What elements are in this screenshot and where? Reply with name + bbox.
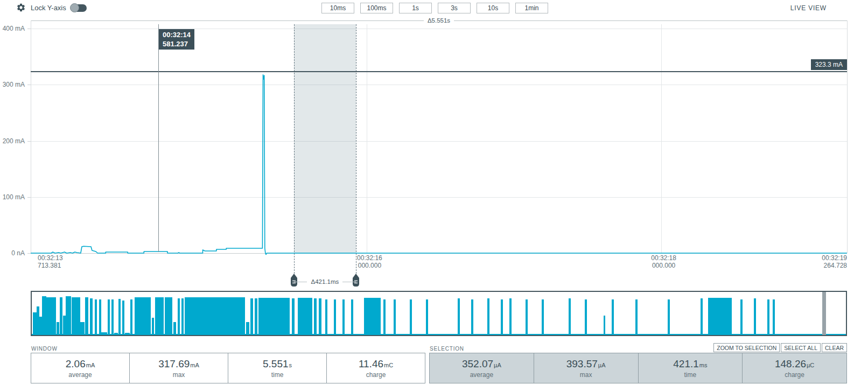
x-tick-time: 00:32:13 bbox=[38, 254, 63, 262]
stat-number: 2.06 bbox=[66, 359, 86, 369]
max-marker-line bbox=[31, 71, 847, 72]
selection-delta-label: Δ421.1ms bbox=[307, 278, 342, 285]
stat-unit: s bbox=[289, 361, 292, 369]
minimap-activity-bar bbox=[754, 298, 756, 335]
minimap-activity-bar bbox=[487, 298, 489, 335]
minimap-activity-bar bbox=[108, 299, 110, 335]
v-gridline bbox=[367, 24, 367, 253]
time-range-button-100ms[interactable]: 100ms bbox=[360, 3, 393, 13]
stat-number: 148.26 bbox=[775, 359, 806, 369]
y-tick-label: 300 mA bbox=[1, 81, 25, 88]
selection-delta-ruler: Δ421.1ms bbox=[294, 278, 356, 285]
time-range-button-3s[interactable]: 3s bbox=[438, 3, 471, 13]
minimap-activity-bar bbox=[471, 299, 473, 335]
minimap-activity-bar bbox=[111, 299, 114, 335]
live-view-label: LIVE VIEW bbox=[790, 4, 827, 12]
stat-number: 421.1 bbox=[673, 359, 699, 369]
minimap-activity-bar bbox=[604, 316, 605, 335]
minimap-activity-bar bbox=[90, 298, 93, 335]
minimap-activity-bar bbox=[118, 299, 121, 335]
minimap-activity-bar bbox=[773, 299, 775, 335]
delta-line bbox=[31, 20, 424, 21]
select-all-button[interactable]: SELECT ALL bbox=[781, 343, 821, 352]
time-range-button-10ms[interactable]: 10ms bbox=[321, 3, 354, 13]
selection-region[interactable] bbox=[294, 24, 356, 253]
selection-end-line bbox=[356, 24, 356, 274]
minimap-activity-bar bbox=[130, 299, 132, 335]
stat-number: 11.46 bbox=[359, 359, 383, 369]
stat-unit: µC bbox=[807, 361, 814, 369]
stat-unit: mA bbox=[190, 361, 199, 369]
minimap-activity-bar bbox=[410, 299, 412, 335]
stat-label: max bbox=[173, 371, 185, 379]
minimap-activity-bar bbox=[255, 298, 257, 335]
x-tick-label: 00:32:18000.000 bbox=[632, 254, 696, 269]
zoom-to-selection-button[interactable]: ZOOM TO SELECTION bbox=[713, 343, 780, 352]
power-profiler-app: Lock Y-axis 10ms100ms1s3s10s1min LIVE VI… bbox=[0, 0, 868, 391]
minimap-activity-bar bbox=[334, 299, 336, 335]
minimap-activity-bar bbox=[325, 299, 327, 335]
x-tick-label: 00:32:13713.381 bbox=[38, 254, 63, 269]
stat-unit: mC bbox=[384, 361, 393, 369]
x-tick-ms: 000.000 bbox=[337, 262, 402, 269]
x-tick-ms: 264.728 bbox=[777, 262, 847, 269]
stat-label: average bbox=[68, 371, 92, 379]
max-marker-label: 323.3 mA bbox=[811, 59, 847, 70]
minimap-activity-bar bbox=[173, 322, 176, 335]
y-tick-mark bbox=[27, 141, 31, 142]
minimap-activity-bar bbox=[99, 299, 101, 335]
selection-stat-max: 393.57µAmax bbox=[534, 353, 638, 383]
minimap-activity-bar bbox=[165, 297, 172, 335]
window-stats-table: 2.06mAaverage317.69mAmax5.551stime11.46m… bbox=[31, 353, 425, 383]
stat-value: 148.26µC bbox=[775, 359, 814, 369]
x-tick-time: 00:32:16 bbox=[337, 254, 402, 262]
minimap-activity-bar bbox=[122, 301, 124, 335]
lock-y-axis-label: Lock Y-axis bbox=[31, 4, 66, 12]
stat-unit: µA bbox=[494, 361, 501, 369]
minimap-activity-bar bbox=[708, 298, 732, 335]
cursor-tooltip: 00:32:14581.237 bbox=[159, 29, 194, 50]
delta-line bbox=[454, 20, 847, 21]
time-range-button-group: 10ms100ms1s3s10s1min bbox=[321, 3, 548, 13]
window-stat-average: 2.06mAaverage bbox=[31, 353, 129, 383]
x-tick-ms: 713.381 bbox=[38, 262, 63, 269]
stat-label: charge bbox=[785, 371, 804, 379]
minimap-activity-bar bbox=[185, 297, 245, 335]
stat-label: time bbox=[684, 371, 697, 379]
minimap-activity-bar bbox=[246, 322, 249, 335]
minimap-overview-chart[interactable] bbox=[31, 291, 847, 336]
clear-button[interactable]: CLEAR bbox=[822, 343, 847, 352]
minimap-activity-bar bbox=[33, 312, 37, 335]
delta-line bbox=[294, 282, 307, 282]
h-gridline bbox=[31, 85, 847, 85]
minimap-activity-bar bbox=[314, 298, 317, 335]
selection-action-buttons: ZOOM TO SELECTIONSELECT ALLCLEAR bbox=[713, 343, 847, 352]
stat-label: average bbox=[470, 371, 493, 379]
selection-stat-average: 352.07µAaverage bbox=[430, 353, 534, 383]
h-gridline bbox=[31, 197, 847, 198]
minimap-activity-bar bbox=[85, 297, 88, 335]
window-delta-label: Δ5.551s bbox=[424, 17, 454, 24]
minimap-activity-bar bbox=[95, 299, 97, 335]
x-tick-label: 00:32:16000.000 bbox=[337, 254, 402, 269]
selection-start-line bbox=[294, 24, 295, 274]
y-tick-label: 400 mA bbox=[1, 25, 25, 32]
lock-y-axis-toggle[interactable] bbox=[71, 4, 87, 12]
stat-value: 352.07µA bbox=[462, 359, 501, 369]
settings-gear-icon[interactable] bbox=[16, 3, 26, 12]
selection-section-title: SELECTION bbox=[430, 346, 464, 352]
time-range-button-1s[interactable]: 1s bbox=[399, 3, 432, 13]
minimap-activity-bar bbox=[701, 298, 703, 335]
minimap-activity-bar bbox=[668, 299, 670, 335]
minimap-activity-bar bbox=[458, 298, 460, 335]
window-stat-charge: 11.46mCcharge bbox=[326, 353, 425, 383]
minimap-view-indicator[interactable] bbox=[822, 292, 826, 335]
selection-stat-time: 421.1mstime bbox=[638, 353, 743, 383]
selection-stat-charge: 148.26µCcharge bbox=[742, 353, 846, 383]
time-range-button-10s[interactable]: 10s bbox=[477, 3, 509, 13]
time-range-button-1min[interactable]: 1min bbox=[515, 3, 548, 13]
y-tick-mark bbox=[27, 197, 31, 198]
x-tick-label: 00:32:19264.728 bbox=[777, 254, 847, 269]
stat-label: charge bbox=[366, 371, 386, 379]
stat-number: 393.57 bbox=[566, 359, 598, 369]
